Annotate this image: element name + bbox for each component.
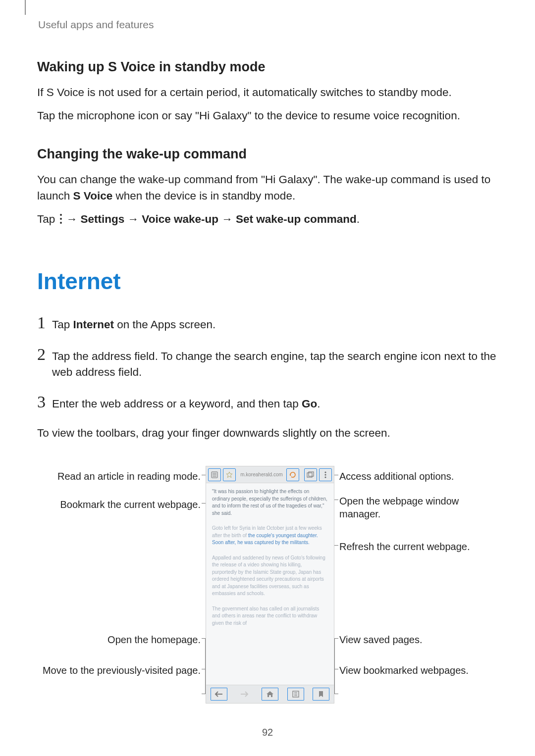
- nav-saved-pages-icon[interactable]: [287, 687, 305, 701]
- step-text: Tap Internet on the Apps screen.: [52, 317, 215, 333]
- windows-icon[interactable]: [304, 468, 317, 481]
- callout-prev-page: Move to the previously-visited page.: [42, 664, 201, 677]
- leader: [334, 638, 338, 639]
- callout-more-options: Access additional options.: [339, 470, 488, 483]
- leader: [334, 638, 335, 694]
- svg-marker-12: [267, 691, 273, 697]
- instruction-tap-path: Tap → Settings → Voice wake-up → Set wak…: [37, 211, 498, 228]
- callout-bookmark: Bookmark the current webpage.: [42, 498, 201, 511]
- step-text: Tap the address field. To change the sea…: [52, 349, 498, 381]
- heading-change-wakeup: Changing the wake-up command: [37, 147, 498, 162]
- frag: when the device is in standby mode.: [112, 190, 295, 202]
- bookmark-star-icon[interactable]: [223, 468, 236, 481]
- frag: →: [124, 213, 142, 225]
- article-p4: The government also has called on all jo…: [212, 605, 328, 627]
- strong-svoice: S Voice: [73, 190, 113, 202]
- step-number: 1: [37, 314, 52, 331]
- frag: Enter the web address or a keyword, and …: [52, 398, 302, 410]
- nav-home-icon[interactable]: [261, 687, 279, 701]
- reload-icon[interactable]: [286, 468, 299, 481]
- frag: Tap: [52, 318, 73, 331]
- margin-rule: [25, 0, 26, 15]
- callout-refresh: Refresh the current webpage.: [339, 540, 488, 553]
- path-voice-wakeup: Voice wake-up: [142, 213, 218, 225]
- frag: Tap: [37, 213, 58, 225]
- page-number: 92: [0, 727, 535, 738]
- more-icon: [59, 214, 62, 224]
- frag: .: [357, 213, 360, 225]
- body-change-wakeup: You can change the wake-up command from …: [37, 172, 498, 204]
- path-settings: Settings: [81, 213, 125, 225]
- callout-reading-mode: Read an article in reading mode.: [42, 470, 201, 483]
- reading-mode-icon[interactable]: [208, 468, 221, 481]
- nav-bookmarks-icon[interactable]: [312, 687, 330, 701]
- body-after-steps: To view the toolbars, drag your finger d…: [37, 425, 498, 442]
- article-p3: Appalled and saddened by news of Goto's …: [212, 554, 328, 598]
- frag: .: [317, 398, 320, 410]
- strong-internet: Internet: [73, 318, 114, 331]
- callout-window-manager: Open the webpage window manager.: [339, 495, 488, 520]
- step-number: 3: [37, 394, 52, 410]
- article-p2: Goto left for Syria in late October just…: [212, 525, 328, 547]
- url-text[interactable]: m.koreaherald.com: [238, 472, 285, 477]
- heading-svoice-standby: Waking up S Voice in standby mode: [37, 59, 498, 75]
- body-svoice-standby-1: If S Voice is not used for a certain per…: [37, 85, 498, 101]
- more-icon[interactable]: [319, 468, 332, 481]
- callout-saved-pages: View saved pages.: [339, 633, 488, 646]
- svg-rect-5: [307, 473, 312, 477]
- frag: →: [63, 213, 81, 225]
- svg-point-8: [324, 474, 326, 475]
- running-head: Useful apps and features: [38, 19, 498, 31]
- bottom-toolbar: [206, 685, 334, 703]
- leader: [334, 669, 338, 669]
- nav-back-icon[interactable]: [210, 687, 228, 701]
- svg-rect-6: [309, 472, 314, 476]
- strong-go: Go: [302, 398, 317, 410]
- step-2: 2 Tap the address field. To change the s…: [37, 346, 498, 381]
- body-svoice-standby-2: Tap the microphone icon or say "Hi Galax…: [37, 108, 498, 124]
- frag: on the Apps screen.: [114, 318, 215, 331]
- step-3: 3 Enter the web address or a keyword, an…: [37, 394, 498, 412]
- frag: →: [218, 213, 236, 225]
- article-body: "It was his passion to highlight the eff…: [206, 483, 334, 641]
- address-bar[interactable]: m.koreaherald.com: [206, 466, 334, 483]
- step-1: 1 Tap Internet on the Apps screen.: [37, 314, 498, 333]
- step-number: 2: [37, 346, 52, 363]
- browser-diagram: Read an article in reading mode. Bookmar…: [37, 466, 498, 713]
- step-text: Enter the web address or a keyword, and …: [52, 396, 321, 412]
- phone-mock: m.koreaherald.com "It was his passion to…: [206, 466, 334, 704]
- svg-point-9: [324, 476, 326, 478]
- nav-forward-icon[interactable]: [235, 687, 253, 701]
- svg-marker-4: [226, 472, 232, 478]
- svg-point-7: [324, 471, 326, 473]
- heading-internet: Internet: [37, 268, 498, 295]
- callout-bookmarks: View bookmarked webpages.: [339, 664, 488, 677]
- path-set-wakeup: Set wake-up command: [236, 213, 357, 225]
- callout-homepage: Open the homepage.: [42, 633, 201, 646]
- article-p1: "It was his passion to highlight the eff…: [212, 488, 328, 517]
